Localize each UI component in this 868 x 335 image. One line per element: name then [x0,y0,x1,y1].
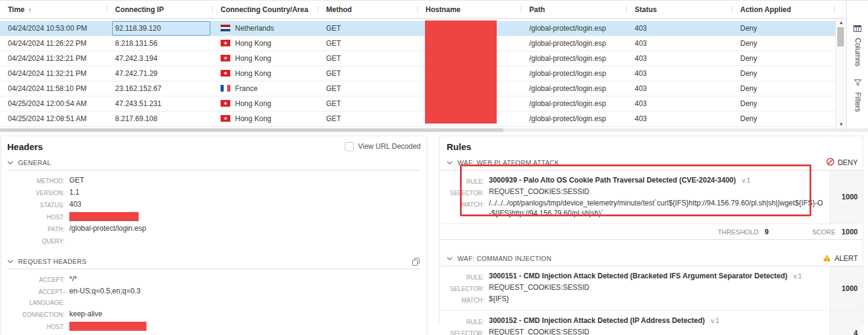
scroll-down-icon[interactable]: ▼ [836,122,846,127]
hostname-redaction-overlay [425,20,497,124]
accept-value: */* [69,274,77,286]
score-value: 1000 [841,228,858,236]
deny-badge: DENY [826,157,858,168]
columns-button[interactable]: Columns [847,23,868,66]
rule-row: RULE:3000151 - CMD Injection Attack Dete… [439,266,863,311]
rule-id-name: 3000152 - CMD Injection Attack Detected … [489,316,705,325]
headers-panel: Headers View URL Decoded GENERAL METHOD:… [1,136,427,335]
rule-match: /../../../opt/panlogs/tmp/device_telemet… [489,198,826,219]
rule-version: v.1 [742,177,750,184]
rule-id-name: 3000939 - Palo Alto OS Cookie Path Trave… [489,176,736,184]
view-url-decoded-checkbox[interactable] [345,142,354,151]
rule-row: RULE:3000152 - CMD Injection Attack Dete… [439,311,863,335]
scroll-up-icon[interactable]: ▲ [836,20,846,25]
column-header-path[interactable]: Path [521,1,627,18]
column-header-method[interactable]: Method [318,1,418,18]
column-header-time[interactable]: Time↑ [0,1,107,18]
threshold-value: 9 [764,228,769,236]
table-side-toolbar: Columns Filters [846,1,868,128]
rule-score: 1000 [829,266,863,310]
column-header-action-applied[interactable]: Action Applied [732,1,835,18]
version-value: 1.1 [69,187,80,199]
rule-selector: REQUEST_COOKIES:SESSID [489,283,590,294]
column-header-hostname[interactable]: Hostname [418,1,521,18]
general-section-header[interactable]: GENERAL [7,155,421,171]
rules-panel: Rules WAF: WEB PLATFORM ATTACK DENY RULE… [439,136,863,326]
rule-row: RULE:3000939 - Palo Alto OS Cookie Path … [439,171,863,224]
chevron-down-icon [447,161,453,164]
firewall-events-screen: Time↑ Connecting IP Connecting Country/A… [0,0,868,335]
column-header-connecting-ip[interactable]: Connecting IP [107,1,213,18]
chevron-down-icon [7,161,13,164]
waf-command-injection-section-header[interactable]: WAF: COMMAND INJECTION ALERT [439,251,863,266]
rule-match: ${IFS} [489,294,509,305]
waf-web-platform-attack-section-header[interactable]: WAF: WEB PLATFORM ATTACK DENY [439,155,863,171]
request-headers-section-header[interactable]: REQUEST HEADERS [7,254,421,269]
host-redaction-overlay [69,322,146,331]
rule-version: v.1 [711,317,719,324]
chevron-down-icon [7,260,13,263]
accept-language-value: en-US;q=0.5,en;q=0.3 [69,286,140,308]
filter-funnel-icon [854,78,861,89]
host-redaction-overlay [69,212,139,221]
rules-panel-title: Rules [447,142,471,152]
hong-kong-flag-icon [221,115,230,122]
scrollbar-thumb[interactable] [837,27,844,46]
scrollbar-thumb[interactable] [0,128,503,132]
columns-table-icon [854,23,861,34]
connection-value: keep-alive [69,308,102,321]
table-vertical-scrollbar[interactable]: ▲ ▼ [835,19,847,128]
deny-icon [826,157,834,168]
sort-asc-icon: ↑ [28,6,32,13]
hong-kong-flag-icon [221,100,230,107]
general-fields: METHOD:GET VERSION:1.1 STATUS:403 HOST: … [7,175,421,247]
column-header-country[interactable]: Connecting Country/Area [213,1,318,18]
user-agent-value: Mozilla/5.0 (Linux; Linux x86_64; en-US)… [69,333,301,335]
chevron-down-icon [447,257,453,260]
rule-selector: REQUEST_COOKIES:SESSID [489,327,590,335]
hong-kong-flag-icon [221,40,230,46]
table-header-row: Time↑ Connecting IP Connecting Country/A… [0,1,868,19]
filters-button[interactable]: Filters [847,78,868,112]
netherlands-flag-icon [221,25,230,31]
events-log-table: Time↑ Connecting IP Connecting Country/A… [0,0,868,128]
threshold-score-row: THRESHOLD 9 SCORE 1000 [439,224,863,240]
rule-score: 4 [829,311,863,335]
rule-selector: REQUEST_COOKIES:SESSID [489,187,590,198]
table-horizontal-scrollbar[interactable] [0,128,868,132]
headers-panel-title: Headers [7,142,43,152]
france-flag-icon [221,85,230,92]
hong-kong-flag-icon [221,55,230,61]
alert-warning-icon [823,253,831,264]
copy-icon[interactable] [412,258,421,266]
hong-kong-flag-icon [221,70,230,77]
rule-id-name: 3000151 - CMD Injection Attack Detected … [489,272,787,280]
alert-badge: ALERT [823,253,858,264]
column-header-status[interactable]: Status [627,1,732,18]
path-value: /global-protect/login.esp [69,223,146,235]
rule-version: v.1 [793,272,802,280]
rule-score: 1000 [829,171,863,224]
request-headers-fields: ACCEPT:*/* ACCEPT-LANGUAGE:en-US;q=0.5,e… [7,274,421,335]
view-url-decoded-toggle[interactable]: View URL Decoded [345,142,421,151]
status-value: 403 [69,199,81,211]
method-value: GET [69,175,84,187]
